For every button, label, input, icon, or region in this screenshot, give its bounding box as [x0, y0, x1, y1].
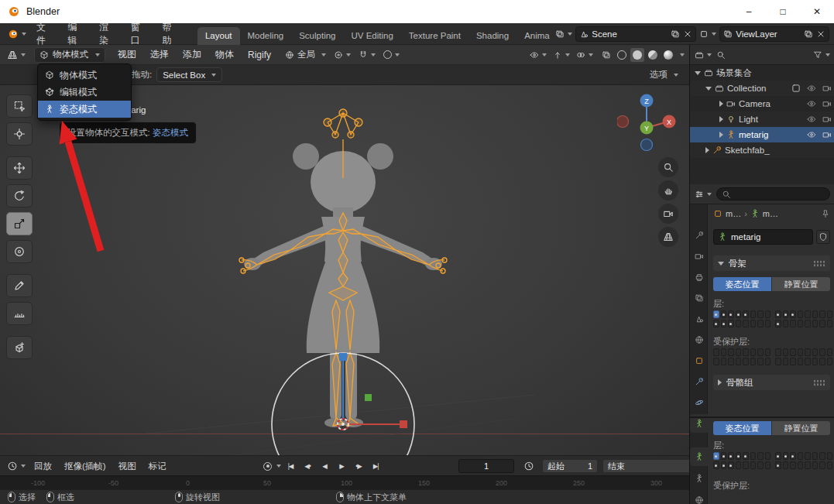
- unlink-scene-icon[interactable]: [683, 29, 692, 39]
- pan-hand-button[interactable]: [658, 180, 678, 201]
- layer-toggle[interactable]: [765, 461, 771, 469]
- shading-wireframe-button[interactable]: [615, 48, 629, 62]
- expand-icon[interactable]: [705, 87, 712, 91]
- layer-toggle[interactable]: [790, 452, 796, 460]
- menu-view[interactable]: 视图: [112, 48, 142, 61]
- layer-toggle[interactable]: [713, 461, 719, 469]
- eye-icon[interactable]: [807, 84, 816, 93]
- tab-view-layer[interactable]: [690, 289, 708, 307]
- tab-sculpting[interactable]: Sculpting: [291, 27, 343, 45]
- outliner-row-light[interactable]: Light: [690, 111, 834, 127]
- pin-icon[interactable]: [821, 209, 830, 218]
- layer-toggle[interactable]: [736, 452, 742, 460]
- layer-toggle[interactable]: [827, 452, 833, 460]
- layer-toggle[interactable]: [783, 310, 789, 318]
- layer-toggle[interactable]: [812, 320, 819, 327]
- menu-object[interactable]: 物体: [209, 48, 240, 61]
- breadcrumb-object[interactable]: m…: [726, 209, 741, 218]
- layer-toggle[interactable]: [819, 452, 825, 460]
- layer-toggle[interactable]: [721, 358, 727, 365]
- tool-move[interactable]: [6, 156, 33, 180]
- layer-toggle[interactable]: [743, 320, 749, 327]
- layer-toggle[interactable]: [757, 461, 764, 469]
- layer-toggle[interactable]: [728, 310, 734, 318]
- expand-icon[interactable]: [719, 116, 723, 122]
- viewlayer-selector[interactable]: ViewLayer: [719, 26, 829, 42]
- eye-icon[interactable]: [807, 130, 816, 139]
- expand-icon[interactable]: [719, 132, 723, 138]
- tool-annotate[interactable]: [6, 274, 33, 297]
- layer-toggle[interactable]: [721, 310, 727, 318]
- layer-toggle[interactable]: [790, 358, 796, 365]
- perspective-toggle-button[interactable]: [658, 227, 678, 247]
- tab-animation[interactable]: Anima: [517, 27, 555, 45]
- tool-select-box[interactable]: [6, 94, 33, 118]
- pose-position-button[interactable]: 姿态位置: [713, 277, 771, 291]
- menu-add[interactable]: 添加: [177, 48, 208, 61]
- layer-toggle[interactable]: [805, 358, 811, 365]
- collapse-icon[interactable]: [718, 379, 722, 386]
- layer-toggle[interactable]: [757, 358, 764, 365]
- layer-toggle[interactable]: [798, 320, 804, 327]
- layer-toggle[interactable]: [736, 310, 742, 318]
- mode-dropdown-button[interactable]: 物体模式: [34, 47, 105, 63]
- layer-toggle[interactable]: [798, 358, 804, 365]
- layer-toggle[interactable]: [765, 320, 771, 327]
- layer-toggle[interactable]: [750, 320, 757, 327]
- expand-icon[interactable]: [719, 101, 723, 107]
- layer-toggle[interactable]: [743, 452, 749, 460]
- scene-browse-button[interactable]: [555, 29, 572, 39]
- layer-toggle[interactable]: [775, 348, 781, 356]
- menu-rigify[interactable]: Rigify: [242, 50, 277, 60]
- snap-dropdown[interactable]: [359, 50, 376, 60]
- menu-item-edit-mode[interactable]: 编辑模式: [38, 84, 131, 101]
- layer-toggle[interactable]: [798, 452, 804, 460]
- rest-position-button[interactable]: 静置位置: [772, 277, 830, 291]
- layer-toggle[interactable]: [805, 310, 811, 318]
- tab-shading[interactable]: Shading: [468, 27, 517, 45]
- collapse-icon[interactable]: [718, 262, 724, 266]
- timeline-track[interactable]: -100 -50 0 50 100 150 200 250 300: [0, 475, 689, 489]
- layer-toggle[interactable]: [765, 348, 771, 356]
- menu-window[interactable]: 窗口: [124, 23, 156, 45]
- datablock-name-field[interactable]: metarig: [713, 229, 813, 245]
- expand-icon[interactable]: [705, 147, 709, 153]
- layer-toggle[interactable]: [775, 358, 781, 365]
- tab-texture-paint[interactable]: Texture Paint: [401, 27, 468, 45]
- tool-rotate[interactable]: [6, 184, 33, 207]
- outliner-row-camera[interactable]: Camera: [690, 96, 834, 111]
- layer-toggle[interactable]: [713, 320, 719, 327]
- layer-toggle[interactable]: [805, 320, 811, 327]
- breadcrumb-data[interactable]: m…: [763, 209, 778, 218]
- layer-toggle[interactable]: [765, 310, 771, 318]
- shading-options-chevron[interactable]: [680, 53, 685, 57]
- layer-toggle[interactable]: [721, 452, 727, 460]
- checkbox-icon[interactable]: [791, 84, 801, 93]
- navigation-gizmo[interactable]: Z X Y: [617, 93, 676, 152]
- camera-restrict-icon[interactable]: [822, 84, 832, 93]
- layer-toggle[interactable]: [736, 348, 742, 356]
- layer-toggle[interactable]: [819, 348, 825, 356]
- layer-toggle[interactable]: [743, 310, 749, 318]
- layer-toggle[interactable]: [798, 310, 804, 318]
- scene-selector[interactable]: Scene: [575, 26, 696, 42]
- layer-toggle[interactable]: [713, 452, 719, 460]
- use-preview-range-icon[interactable]: [523, 461, 534, 471]
- tab-tool[interactable]: [690, 226, 708, 245]
- layer-toggle[interactable]: [728, 358, 734, 365]
- current-frame-field[interactable]: 1: [458, 459, 514, 473]
- layer-toggle[interactable]: [819, 320, 825, 327]
- layer-toggle[interactable]: [775, 320, 781, 327]
- outliner-row-collection[interactable]: Collection: [690, 81, 834, 96]
- camera-restrict-icon[interactable]: [822, 130, 832, 139]
- camera-view-button[interactable]: [658, 204, 678, 224]
- frame-end-field[interactable]: 结束: [602, 459, 689, 473]
- tab-physics[interactable]: [690, 393, 708, 412]
- layer-toggle[interactable]: [750, 461, 757, 469]
- layer-toggle[interactable]: [783, 452, 789, 460]
- layer-toggle[interactable]: [743, 461, 749, 469]
- timeline-editor-type-button[interactable]: [5, 461, 28, 471]
- layer-toggle[interactable]: [721, 320, 727, 327]
- pose-position-button[interactable]: 姿态位置: [713, 421, 771, 435]
- tab-modifiers[interactable]: [690, 372, 708, 391]
